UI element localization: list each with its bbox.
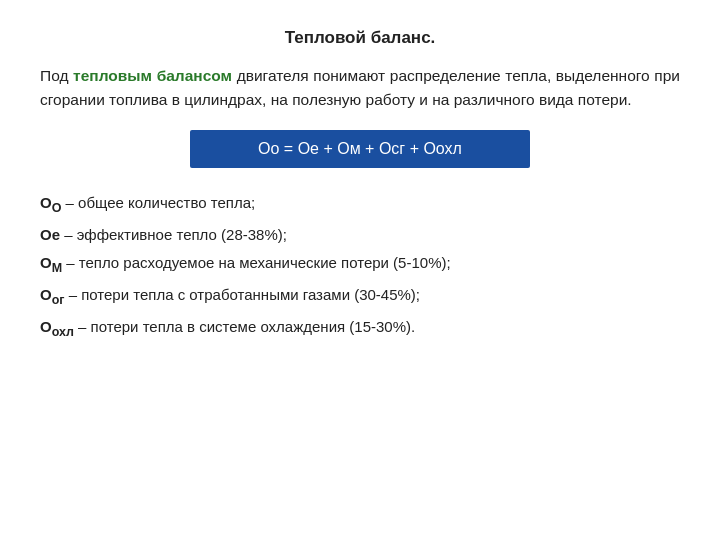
formula-box: Оо = Ое + Ом + Осг + Оохл [190, 130, 530, 168]
def-item-om: ОМ – тепло расходуемое на механические п… [40, 252, 680, 278]
intro-highlight: тепловым балансом [73, 67, 232, 84]
symbol-oxl: Оохл [40, 318, 74, 335]
def-text-oo: – общее количество тепла; [61, 194, 255, 211]
page-container: Тепловой баланс. Под тепловым балансом д… [0, 0, 720, 540]
symbol-oo: ОО [40, 194, 61, 211]
def-text-og: – потери тепла с отработанными газами (3… [65, 286, 421, 303]
page-title: Тепловой баланс. [40, 28, 680, 48]
def-text-oe: – эффективное тепло (28-38%); [60, 226, 287, 243]
def-item-og: Оог – потери тепла с отработанными газам… [40, 284, 680, 310]
def-item-oxl: Оохл – потери тепла в системе охлаждения… [40, 316, 680, 342]
symbol-om: ОМ [40, 254, 62, 271]
intro-paragraph: Под тепловым балансом двигателя понимают… [40, 64, 680, 112]
def-item-oe: Ое – эффективное тепло (28-38%); [40, 224, 680, 247]
symbol-oe: Ое [40, 226, 60, 243]
symbol-og: Оог [40, 286, 65, 303]
intro-before-highlight: Под [40, 67, 73, 84]
def-text-om: – тепло расходуемое на механические поте… [62, 254, 451, 271]
def-text-oxl: – потери тепла в системе охлаждения (15-… [74, 318, 415, 335]
def-item-oo: ОО – общее количество тепла; [40, 192, 680, 218]
definitions-list: ОО – общее количество тепла; Ое – эффект… [40, 192, 680, 342]
